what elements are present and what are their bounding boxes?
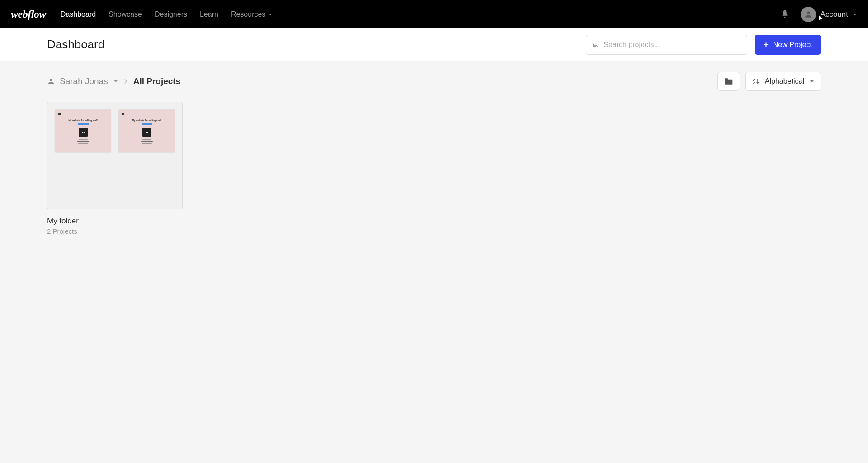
folder-plus-icon xyxy=(724,77,733,85)
breadcrumb-current: All Projects xyxy=(133,76,181,86)
sort-button[interactable]: A Z Alphabetical xyxy=(745,72,821,91)
folder-thumbnail: My website for selling stuff My website … xyxy=(47,102,183,209)
nav-link-learn[interactable]: Learn xyxy=(200,10,218,19)
new-project-label: New Project xyxy=(773,41,812,49)
svg-text:A: A xyxy=(753,78,755,81)
mini-thumb-title: My website for selling stuff xyxy=(132,119,161,122)
avatar xyxy=(801,7,816,22)
mini-thumb-bar xyxy=(78,123,89,125)
mini-line xyxy=(142,139,151,140)
notifications-icon[interactable] xyxy=(780,9,790,19)
new-folder-button[interactable] xyxy=(717,72,740,91)
caret-down-icon xyxy=(810,79,814,84)
page-title: Dashboard xyxy=(47,38,104,52)
mini-thumb-title: My website for selling stuff xyxy=(68,119,97,122)
mini-line xyxy=(77,141,89,142)
mini-thumb-lines xyxy=(77,139,89,144)
sort-alpha-icon: A Z xyxy=(752,77,760,85)
logo[interactable]: webflow xyxy=(11,8,46,20)
chevron-down-icon xyxy=(268,12,273,17)
mini-line xyxy=(142,143,152,144)
breadcrumb-user-name: Sarah Jonas xyxy=(60,76,108,86)
mini-dot-icon xyxy=(58,113,61,115)
mini-line xyxy=(141,141,153,142)
search-input[interactable] xyxy=(586,35,747,55)
project-thumb: My website for selling stuff xyxy=(118,109,175,152)
mini-thumb-bar xyxy=(142,123,152,125)
search-box xyxy=(586,35,747,55)
folder-name: My folder xyxy=(47,217,183,226)
mini-thumb-image xyxy=(79,128,88,137)
mini-line xyxy=(79,139,88,140)
nav-link-dashboard[interactable]: Dashboard xyxy=(61,10,96,19)
plus-icon: + xyxy=(764,40,769,49)
sort-label: Alphabetical xyxy=(765,77,804,85)
chevron-right-icon xyxy=(123,78,129,85)
mini-thumb-lines xyxy=(141,139,153,144)
search-icon xyxy=(592,41,599,48)
image-icon xyxy=(144,129,150,135)
nav-left: webflow Dashboard Showcase Designers Lea… xyxy=(11,8,273,20)
caret-down-icon xyxy=(113,79,118,84)
chevron-down-icon xyxy=(853,12,857,17)
svg-text:Z: Z xyxy=(753,81,755,85)
toolbar-row: Sarah Jonas All Projects A Z Alphabetica… xyxy=(0,61,868,102)
folder-meta: 2 Projects xyxy=(47,227,183,235)
avatar-icon xyxy=(804,10,813,19)
nav-right: Account xyxy=(780,7,857,22)
nav-link-showcase[interactable]: Showcase xyxy=(108,10,142,19)
top-nav: webflow Dashboard Showcase Designers Lea… xyxy=(0,0,868,28)
nav-link-designers[interactable]: Designers xyxy=(155,10,187,19)
breadcrumb: Sarah Jonas All Projects xyxy=(47,76,180,86)
sub-header: Dashboard + New Project xyxy=(0,28,868,61)
nav-link-label: Dashboard xyxy=(61,10,96,19)
mini-thumb-header xyxy=(58,113,108,115)
nav-link-label: Learn xyxy=(200,10,218,19)
image-icon xyxy=(80,129,86,135)
mini-thumb-header xyxy=(122,113,172,115)
content-area: My website for selling stuff My website … xyxy=(0,102,868,235)
user-icon xyxy=(47,77,55,85)
sub-header-right: + New Project xyxy=(586,35,821,55)
mini-line xyxy=(78,143,88,144)
nav-link-label: Designers xyxy=(155,10,187,19)
folder-card[interactable]: My website for selling stuff My website … xyxy=(47,102,183,235)
project-thumb: My website for selling stuff xyxy=(55,109,111,152)
nav-link-resources[interactable]: Resources xyxy=(231,10,273,19)
toolbar-right: A Z Alphabetical xyxy=(717,72,821,91)
mini-dot-icon xyxy=(122,113,124,115)
account-menu[interactable]: Account xyxy=(801,7,857,22)
nav-link-label: Showcase xyxy=(108,10,142,19)
mini-thumb-image xyxy=(142,128,151,137)
nav-link-label: Resources xyxy=(231,10,265,19)
breadcrumb-user[interactable]: Sarah Jonas xyxy=(47,76,118,86)
new-project-button[interactable]: + New Project xyxy=(755,35,821,55)
account-label: Account xyxy=(821,10,848,19)
